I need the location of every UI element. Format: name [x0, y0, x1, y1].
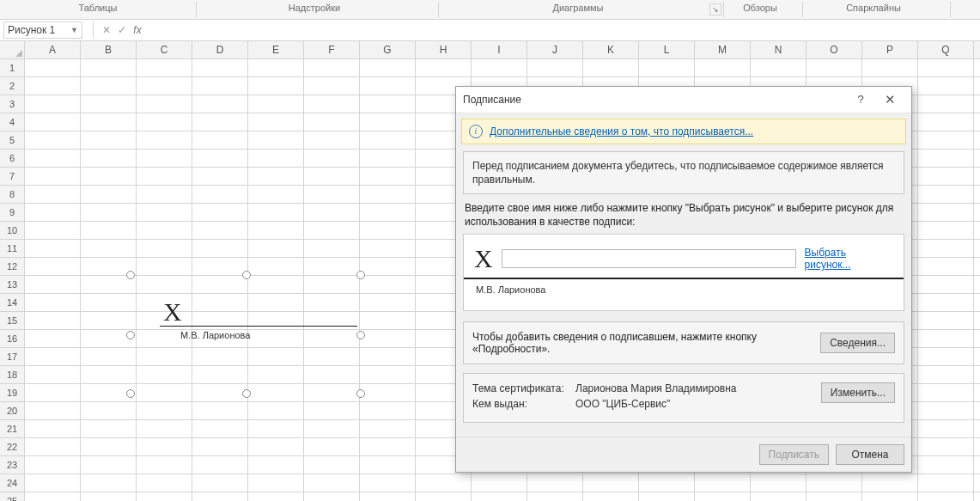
row-header[interactable]: 9	[0, 204, 24, 222]
col-header[interactable]: O	[807, 41, 862, 58]
resize-handle-icon[interactable]	[126, 389, 135, 398]
change-cert-button[interactable]: Изменить...	[821, 382, 895, 403]
details-panel: Чтобы добавить сведения о подписавшем, н…	[463, 321, 904, 364]
ribbon-group-addins: Надстройки	[191, 2, 439, 17]
row-header[interactable]: 19	[0, 384, 24, 402]
row-header[interactable]: 10	[0, 222, 24, 240]
row-header[interactable]: 13	[0, 276, 24, 294]
more-info-link[interactable]: Дополнительные сведения о том, что подпи…	[490, 125, 753, 137]
signature-signer-name: М.В. Ларионова	[180, 330, 357, 340]
row-header[interactable]: 11	[0, 240, 24, 258]
resize-handle-icon[interactable]	[356, 271, 365, 279]
col-header[interactable]: A	[25, 41, 81, 58]
row-header[interactable]: 17	[0, 348, 24, 366]
col-header[interactable]: E	[248, 41, 304, 58]
ribbon-group-tables: Таблицы	[0, 2, 197, 17]
ribbon-group-charts: Диаграммы ↘	[433, 2, 724, 17]
signature-line-content: X М.В. Ларионова	[160, 300, 357, 340]
col-header[interactable]: F	[304, 41, 360, 58]
column-headers: A B C D E F G H I J K L M N O P Q	[0, 41, 980, 59]
close-button[interactable]: ✕	[875, 89, 904, 111]
cancel-button[interactable]: Отмена	[836, 444, 904, 465]
row-header[interactable]: 23	[0, 456, 24, 474]
name-box[interactable]: Рисунок 1 ▼	[3, 21, 82, 39]
resize-handle-icon[interactable]	[126, 271, 135, 279]
col-header[interactable]: H	[416, 41, 472, 58]
ribbon-group-label: Диаграммы	[553, 3, 604, 13]
row-header[interactable]: 2	[0, 77, 24, 95]
cert-issuer-value: ООО "ЦИБ-Сервис"	[575, 398, 821, 413]
details-button[interactable]: Сведения...	[820, 333, 895, 353]
row-header[interactable]: 22	[0, 438, 24, 456]
signer-name-label: М.В. Ларионова	[476, 284, 893, 295]
row-header[interactable]: 20	[0, 402, 24, 420]
row-header[interactable]: 16	[0, 330, 24, 348]
row-header[interactable]: 18	[0, 366, 24, 384]
resize-handle-icon[interactable]	[242, 389, 251, 398]
signature-underline	[464, 278, 904, 279]
sign-dialog: Подписание ? ✕ i Дополнительные сведения…	[455, 86, 912, 473]
dialog-titlebar[interactable]: Подписание ? ✕	[456, 87, 911, 113]
resize-handle-icon[interactable]	[356, 331, 365, 339]
cert-issuer-label: Кем выдан:	[472, 398, 575, 413]
row-header[interactable]: 14	[0, 294, 24, 312]
col-header[interactable]: K	[583, 41, 639, 58]
cert-subject-value: Ларионова Мария Владимировна	[575, 382, 821, 398]
separator	[93, 21, 94, 39]
select-all-corner[interactable]	[0, 41, 25, 58]
row-header[interactable]: 25	[0, 492, 24, 501]
signature-x-mark: X	[474, 247, 493, 270]
row-header[interactable]: 4	[0, 113, 24, 131]
resize-handle-icon[interactable]	[242, 271, 251, 279]
chevron-down-icon[interactable]: ▼	[70, 26, 78, 34]
col-header[interactable]: D	[192, 41, 248, 58]
warning-text: Перед подписанием документа убедитесь, ч…	[472, 160, 884, 186]
col-header[interactable]: J	[527, 41, 583, 58]
row-headers: 1 2 3 4 5 6 7 8 9 10 11 12 13 14 15 16 1…	[0, 59, 25, 501]
ribbon-group-label: Таблицы	[79, 3, 118, 13]
col-header[interactable]: L	[639, 41, 695, 58]
col-header[interactable]: Q	[918, 41, 974, 58]
sign-button[interactable]: Подписать	[759, 444, 829, 465]
cert-subject-label: Тема сертификата:	[472, 382, 575, 398]
instruction-text: Введите свое имя ниже либо нажмите кнопк…	[465, 201, 903, 229]
col-header[interactable]: C	[137, 41, 192, 58]
dialog-title: Подписание	[463, 94, 846, 106]
certificate-panel: Тема сертификата: Кем выдан: Ларионова М…	[463, 373, 904, 423]
details-text: Чтобы добавить сведения о подписавшем, н…	[472, 331, 820, 355]
row-header[interactable]: 5	[0, 131, 24, 150]
col-header[interactable]: G	[360, 41, 416, 58]
col-header[interactable]: N	[751, 41, 807, 58]
ribbon: Таблицы Надстройки Диаграммы ↘ Обзоры Сп…	[0, 0, 980, 20]
resize-handle-icon[interactable]	[126, 331, 135, 339]
row-header[interactable]: 6	[0, 150, 24, 168]
signature-panel: X Выбрать рисунок... М.В. Ларионова	[463, 234, 904, 311]
signature-name-input[interactable]	[502, 249, 796, 268]
row-header[interactable]: 7	[0, 168, 24, 186]
dialog-footer: Подписать Отмена	[456, 437, 911, 472]
col-header[interactable]: P	[862, 41, 918, 58]
row-header[interactable]: 12	[0, 258, 24, 276]
col-header[interactable]: B	[81, 41, 137, 58]
col-header[interactable]: M	[695, 41, 751, 58]
enter-formula-icon[interactable]: ✓	[114, 24, 130, 36]
signature-line-object[interactable]: X М.В. Ларионова	[130, 274, 362, 394]
row-header[interactable]: 15	[0, 312, 24, 330]
formula-input[interactable]	[145, 21, 980, 39]
row-header[interactable]: 1	[0, 59, 24, 77]
cancel-formula-icon[interactable]: ✕	[99, 24, 114, 36]
col-header[interactable]: I	[472, 41, 527, 58]
fx-icon[interactable]: fx	[130, 24, 145, 36]
row-header[interactable]: 3	[0, 95, 24, 113]
ribbon-group-sparklines: Спарклайны	[797, 2, 951, 17]
resize-handle-icon[interactable]	[356, 389, 365, 398]
row-header[interactable]: 24	[0, 474, 24, 492]
row-header[interactable]: 21	[0, 420, 24, 438]
signature-underline	[160, 326, 357, 327]
ribbon-group-reviews: Обзоры	[718, 2, 803, 17]
info-icon: i	[469, 125, 483, 138]
help-button[interactable]: ?	[846, 89, 875, 111]
row-header[interactable]: 8	[0, 186, 24, 204]
select-image-link[interactable]: Выбрать рисунок...	[805, 247, 893, 271]
ribbon-group-label: Надстройки	[289, 3, 340, 13]
